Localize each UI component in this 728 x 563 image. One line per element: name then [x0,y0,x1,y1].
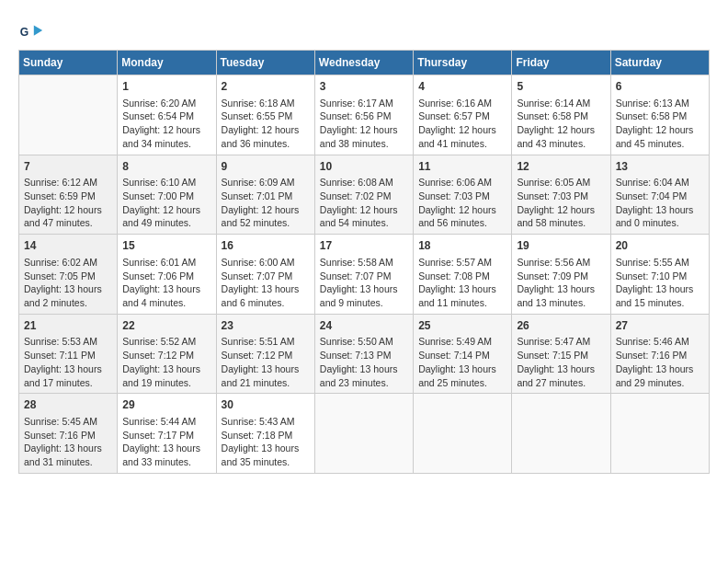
day-number: 18 [418,238,506,254]
day-cell: 19Sunrise: 5:56 AM Sunset: 7:09 PM Dayli… [512,235,610,315]
day-cell [314,394,413,474]
day-cell: 20Sunrise: 5:55 AM Sunset: 7:10 PM Dayli… [610,235,709,315]
day-cell: 3Sunrise: 6:17 AM Sunset: 6:56 PM Daylig… [314,75,413,155]
day-info: Sunrise: 5:55 AM Sunset: 7:10 PM Dayligh… [616,256,704,310]
logo: G [18,18,48,44]
day-cell: 23Sunrise: 5:51 AM Sunset: 7:12 PM Dayli… [216,314,314,394]
day-cell: 16Sunrise: 6:00 AM Sunset: 7:07 PM Dayli… [216,235,314,315]
day-info: Sunrise: 6:10 AM Sunset: 7:00 PM Dayligh… [122,176,210,230]
day-number: 19 [517,238,605,254]
day-number: 22 [122,318,210,334]
day-cell: 25Sunrise: 5:49 AM Sunset: 7:14 PM Dayli… [414,314,512,394]
day-cell: 9Sunrise: 6:09 AM Sunset: 7:01 PM Daylig… [216,155,314,235]
day-info: Sunrise: 5:43 AM Sunset: 7:18 PM Dayligh… [222,415,310,469]
header-cell-wednesday: Wednesday [314,51,413,75]
day-cell: 10Sunrise: 6:08 AM Sunset: 7:02 PM Dayli… [314,155,413,235]
header-cell-thursday: Thursday [414,51,512,75]
day-number: 7 [24,159,112,175]
day-cell: 26Sunrise: 5:47 AM Sunset: 7:15 PM Dayli… [512,314,610,394]
day-number: 26 [517,318,605,334]
week-row-1: 7Sunrise: 6:12 AM Sunset: 6:59 PM Daylig… [19,155,710,235]
day-number: 13 [616,159,704,175]
day-cell: 1Sunrise: 6:20 AM Sunset: 6:54 PM Daylig… [118,75,216,155]
day-number: 3 [320,79,408,95]
day-info: Sunrise: 6:01 AM Sunset: 7:06 PM Dayligh… [122,256,210,310]
day-info: Sunrise: 6:04 AM Sunset: 7:04 PM Dayligh… [616,176,704,230]
day-number: 21 [24,318,112,334]
day-info: Sunrise: 5:57 AM Sunset: 7:08 PM Dayligh… [418,256,506,310]
day-cell [19,75,118,155]
day-info: Sunrise: 6:02 AM Sunset: 7:05 PM Dayligh… [24,256,112,310]
day-info: Sunrise: 5:53 AM Sunset: 7:11 PM Dayligh… [24,335,112,389]
day-info: Sunrise: 5:46 AM Sunset: 7:16 PM Dayligh… [616,335,704,389]
logo-icon: G [18,18,44,44]
day-cell: 2Sunrise: 6:18 AM Sunset: 6:55 PM Daylig… [216,75,314,155]
header: G [18,18,710,44]
day-info: Sunrise: 5:44 AM Sunset: 7:17 PM Dayligh… [122,415,210,469]
day-info: Sunrise: 6:16 AM Sunset: 6:57 PM Dayligh… [418,97,506,151]
week-row-3: 21Sunrise: 5:53 AM Sunset: 7:11 PM Dayli… [19,314,710,394]
week-row-4: 28Sunrise: 5:45 AM Sunset: 7:16 PM Dayli… [19,394,710,474]
day-info: Sunrise: 6:13 AM Sunset: 6:58 PM Dayligh… [616,97,704,151]
day-number: 4 [418,79,506,95]
day-cell: 24Sunrise: 5:50 AM Sunset: 7:13 PM Dayli… [314,314,413,394]
day-number: 28 [24,397,112,413]
day-number: 5 [517,79,605,95]
day-cell [512,394,610,474]
day-info: Sunrise: 6:12 AM Sunset: 6:59 PM Dayligh… [24,176,112,230]
day-cell: 30Sunrise: 5:43 AM Sunset: 7:18 PM Dayli… [216,394,314,474]
day-number: 24 [320,318,408,334]
day-cell: 4Sunrise: 6:16 AM Sunset: 6:57 PM Daylig… [414,75,512,155]
day-cell: 11Sunrise: 6:06 AM Sunset: 7:03 PM Dayli… [414,155,512,235]
day-number: 17 [320,238,408,254]
day-cell: 22Sunrise: 5:52 AM Sunset: 7:12 PM Dayli… [118,314,216,394]
day-number: 30 [222,397,310,413]
day-number: 1 [122,79,210,95]
day-info: Sunrise: 6:17 AM Sunset: 6:56 PM Dayligh… [320,97,408,151]
header-cell-friday: Friday [512,51,610,75]
day-number: 9 [222,159,310,175]
day-number: 6 [616,79,704,95]
day-info: Sunrise: 6:18 AM Sunset: 6:55 PM Dayligh… [222,97,310,151]
day-info: Sunrise: 6:00 AM Sunset: 7:07 PM Dayligh… [222,256,310,310]
header-cell-saturday: Saturday [610,51,709,75]
day-number: 15 [122,238,210,254]
day-cell: 6Sunrise: 6:13 AM Sunset: 6:58 PM Daylig… [610,75,709,155]
header-cell-sunday: Sunday [19,51,118,75]
day-number: 2 [222,79,310,95]
day-cell: 14Sunrise: 6:02 AM Sunset: 7:05 PM Dayli… [19,235,118,315]
day-number: 25 [418,318,506,334]
day-info: Sunrise: 6:14 AM Sunset: 6:58 PM Dayligh… [517,97,605,151]
svg-text:G: G [20,26,28,39]
header-cell-monday: Monday [118,51,216,75]
day-number: 11 [418,159,506,175]
day-info: Sunrise: 5:56 AM Sunset: 7:09 PM Dayligh… [517,256,605,310]
day-info: Sunrise: 6:05 AM Sunset: 7:03 PM Dayligh… [517,176,605,230]
day-cell: 5Sunrise: 6:14 AM Sunset: 6:58 PM Daylig… [512,75,610,155]
svg-marker-1 [34,25,42,35]
day-info: Sunrise: 5:52 AM Sunset: 7:12 PM Dayligh… [122,335,210,389]
day-cell: 15Sunrise: 6:01 AM Sunset: 7:06 PM Dayli… [118,235,216,315]
day-cell [414,394,512,474]
header-cell-tuesday: Tuesday [216,51,314,75]
day-cell: 17Sunrise: 5:58 AM Sunset: 7:07 PM Dayli… [314,235,413,315]
day-number: 27 [616,318,704,334]
day-cell: 28Sunrise: 5:45 AM Sunset: 7:16 PM Dayli… [19,394,118,474]
day-info: Sunrise: 6:20 AM Sunset: 6:54 PM Dayligh… [122,97,210,151]
day-info: Sunrise: 5:51 AM Sunset: 7:12 PM Dayligh… [222,335,310,389]
day-number: 8 [122,159,210,175]
day-cell: 13Sunrise: 6:04 AM Sunset: 7:04 PM Dayli… [610,155,709,235]
day-number: 29 [122,397,210,413]
day-number: 14 [24,238,112,254]
day-cell: 18Sunrise: 5:57 AM Sunset: 7:08 PM Dayli… [414,235,512,315]
day-info: Sunrise: 5:47 AM Sunset: 7:15 PM Dayligh… [517,335,605,389]
day-number: 20 [616,238,704,254]
day-number: 16 [222,238,310,254]
day-cell: 21Sunrise: 5:53 AM Sunset: 7:11 PM Dayli… [19,314,118,394]
day-number: 12 [517,159,605,175]
day-info: Sunrise: 5:49 AM Sunset: 7:14 PM Dayligh… [418,335,506,389]
week-row-0: 1Sunrise: 6:20 AM Sunset: 6:54 PM Daylig… [19,75,710,155]
day-cell: 8Sunrise: 6:10 AM Sunset: 7:00 PM Daylig… [118,155,216,235]
day-info: Sunrise: 6:08 AM Sunset: 7:02 PM Dayligh… [320,176,408,230]
day-info: Sunrise: 6:06 AM Sunset: 7:03 PM Dayligh… [418,176,506,230]
